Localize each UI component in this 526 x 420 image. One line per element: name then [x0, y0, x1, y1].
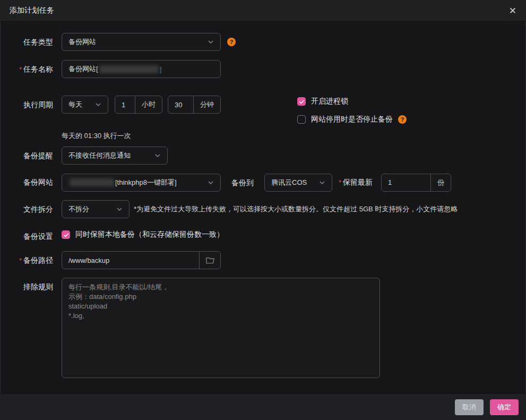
- task-name-value-suffix: ]: [160, 65, 162, 73]
- schedule-summary: 每天的 01:30 执行一次: [62, 131, 523, 141]
- folder-picker-button[interactable]: [199, 252, 220, 269]
- cycle-hour-group: 1 小时: [115, 96, 162, 114]
- cycle-minute-unit: 分钟: [193, 96, 220, 113]
- stop-on-disable-checkbox[interactable]: 网站停用时是否停止备份 ?: [297, 115, 407, 124]
- chevron-down-icon: [95, 101, 101, 108]
- notify-value: 不接收任何消息通知: [68, 151, 131, 160]
- cycle-minute-group: 30 分钟: [168, 96, 221, 114]
- split-label: 文件拆分: [0, 200, 53, 218]
- settings-label: 备份设置: [0, 230, 53, 243]
- task-name-input[interactable]: 备份网站[ ]: [62, 60, 221, 78]
- required-asterisk: *: [19, 256, 22, 264]
- required-asterisk: *: [19, 65, 22, 73]
- keep-local-label: 同时保留本地备份（和云存储保留份数一致）: [75, 230, 224, 239]
- task-type-select[interactable]: 备份网站: [62, 33, 221, 51]
- row-task-name: *任务名称 备份网站[ ]: [0, 60, 523, 79]
- chevron-down-icon: [208, 39, 214, 45]
- stop-on-disable-label: 网站停用时是否停止备份: [311, 115, 393, 124]
- chevron-down-icon: [116, 206, 123, 212]
- path-label: 备份路径: [23, 256, 53, 264]
- required-asterisk: *: [339, 178, 341, 186]
- keep-local-checkbox[interactable]: 同时保留本地备份（和云存储保留份数一致）: [62, 230, 224, 239]
- task-type-label: 任务类型: [0, 33, 53, 51]
- task-name-label: 任务名称: [23, 65, 53, 73]
- row-site: 备份网站 [thinkphp8一键部署] 备份到 腾讯云COS: [0, 173, 523, 192]
- site-label: 备份网站: [0, 173, 53, 191]
- cycle-minute-input[interactable]: 30: [168, 96, 193, 113]
- cancel-button[interactable]: 取消: [455, 399, 484, 415]
- exclude-rules-textarea[interactable]: [62, 278, 380, 378]
- row-settings: 备份设置 同时保留本地备份（和云存储保留份数一致）: [0, 230, 523, 243]
- cycle-hour-unit: 小时: [135, 96, 162, 113]
- process-lock-checkbox[interactable]: 开启进程锁: [297, 97, 407, 106]
- help-icon[interactable]: ?: [398, 115, 407, 124]
- row-split: 文件拆分 不拆分 *为避免文件过大导致上传失败，可以选择按大小或数量拆分。仅文件…: [0, 200, 523, 218]
- dialog-body: 任务类型 备份网站 ? *任务名称 备份网站[ ]: [0, 22, 526, 393]
- cycle-label: 执行周期: [0, 96, 53, 114]
- row-exclude: 排除规则: [0, 278, 523, 378]
- row-notify: 备份提醒 不接收任何消息通知: [0, 147, 523, 165]
- site-select[interactable]: [thinkphp8一键部署]: [62, 174, 221, 192]
- cycle-hour-input[interactable]: 1: [115, 96, 135, 113]
- checkbox-checked-icon: [62, 230, 70, 239]
- chevron-down-icon: [319, 179, 325, 186]
- folder-icon: [205, 256, 215, 264]
- chevron-down-icon: [208, 179, 214, 186]
- add-cron-task-dialog: 添加计划任务 ✕ 任务类型 备份网站 ? *任务名称 备份网站[: [0, 0, 526, 420]
- redacted-text: [70, 178, 114, 186]
- chevron-down-icon: [154, 152, 161, 159]
- cycle-period-value: 每天: [68, 100, 82, 109]
- row-cycle: 执行周期 每天 1 小时 30 分钟: [0, 96, 523, 124]
- process-lock-label: 开启进程锁: [311, 97, 348, 106]
- row-task-type: 任务类型 备份网站 ?: [0, 33, 523, 51]
- task-type-value: 备份网站: [68, 37, 96, 47]
- split-value: 不拆分: [68, 204, 89, 214]
- split-note: *为避免文件过大导致上传失败，可以选择按大小或数量拆分。仅文件超过 5GB 时支…: [134, 200, 458, 218]
- keep-input[interactable]: 1: [382, 174, 430, 191]
- dialog-footer: 取消 确定: [0, 393, 526, 420]
- checkbox-unchecked-icon: [297, 115, 306, 124]
- backup-to-label: 备份到: [231, 174, 254, 192]
- row-path: *备份路径 /www/backup: [0, 251, 523, 270]
- confirm-button[interactable]: 确定: [490, 399, 519, 415]
- exclude-label: 排除规则: [0, 278, 53, 296]
- notify-label: 备份提醒: [0, 147, 53, 165]
- redacted-text: [99, 65, 159, 73]
- cycle-period-select[interactable]: 每天: [62, 96, 108, 114]
- backup-to-select[interactable]: 腾讯云COS: [264, 174, 332, 192]
- checkbox-checked-icon: [297, 97, 306, 106]
- site-value-suffix: [thinkphp8一键部署]: [115, 178, 177, 187]
- task-name-value-prefix: 备份网站[: [68, 64, 98, 74]
- path-input[interactable]: /www/backup: [62, 252, 199, 269]
- path-group: /www/backup: [62, 251, 221, 269]
- split-select[interactable]: 不拆分: [62, 200, 130, 218]
- keep-unit: 份: [430, 174, 451, 191]
- help-icon[interactable]: ?: [227, 38, 236, 46]
- notify-select[interactable]: 不接收任何消息通知: [62, 147, 168, 165]
- close-icon[interactable]: ✕: [509, 6, 516, 15]
- backup-to-value: 腾讯云COS: [271, 178, 307, 187]
- dialog-title: 添加计划任务: [10, 6, 54, 15]
- keep-group: 1 份: [381, 174, 451, 192]
- dialog-header: 添加计划任务 ✕: [0, 0, 526, 22]
- keep-label: 保留最新: [343, 178, 373, 186]
